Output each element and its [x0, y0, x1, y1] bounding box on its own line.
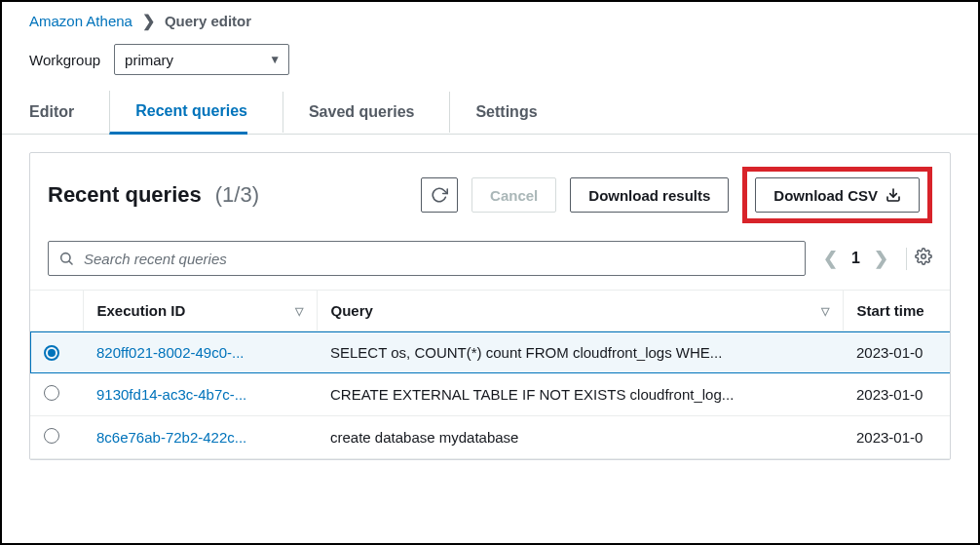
page-number: 1	[851, 250, 860, 267]
table-scroll[interactable]: Execution ID Query Start time 820ff021-8…	[30, 290, 950, 459]
cancel-button: Cancel	[471, 177, 556, 213]
start-time-cell: 2023-01-0	[843, 331, 950, 373]
row-radio[interactable]	[44, 428, 59, 444]
pagination: ❮ 1 ❯	[817, 248, 894, 269]
download-csv-button[interactable]: Download CSV	[755, 177, 920, 213]
row-radio[interactable]	[44, 385, 59, 401]
query-cell: create database mydatabase	[330, 429, 518, 446]
search-input[interactable]	[82, 250, 795, 268]
panel-count: (1/3)	[215, 182, 259, 208]
refresh-icon	[431, 186, 448, 204]
column-query[interactable]: Query	[317, 291, 843, 331]
panel-title: Recent queries	[48, 182, 202, 208]
search-pagination-row: ❮ 1 ❯	[30, 233, 950, 290]
query-cell: CREATE EXTERNAL TABLE IF NOT EXISTS clou…	[330, 386, 734, 403]
caret-down-icon: ▼	[269, 53, 281, 66]
recent-queries-panel: Recent queries (1/3) Cancel Download res…	[29, 152, 951, 460]
download-icon	[886, 187, 901, 203]
refresh-button[interactable]	[421, 177, 458, 213]
execution-id-link[interactable]: 9130fd14-ac3c-4b7c-...	[96, 386, 246, 403]
page-prev-button[interactable]: ❮	[823, 248, 838, 269]
workgroup-select[interactable]: primary ▼	[114, 44, 289, 75]
execution-id-link[interactable]: 8c6e76ab-72b2-422c...	[96, 429, 246, 446]
tab-recent-queries[interactable]: Recent queries	[109, 91, 247, 135]
column-select	[30, 291, 83, 331]
tab-editor[interactable]: Editor	[29, 92, 74, 133]
query-cell: SELECT os, COUNT(*) count FROM cloudfron…	[330, 344, 722, 361]
search-icon	[58, 251, 74, 266]
execution-id-link[interactable]: 820ff021-8002-49c0-...	[96, 344, 245, 361]
workgroup-label: Workgroup	[29, 52, 100, 68]
download-results-button[interactable]: Download results	[570, 177, 729, 213]
settings-gear-button[interactable]	[906, 248, 932, 270]
tab-settings[interactable]: Settings	[449, 92, 537, 133]
column-execution-id[interactable]: Execution ID	[83, 291, 317, 331]
svg-point-3	[922, 253, 926, 258]
table-row[interactable]: 9130fd14-ac3c-4b7c-... CREATE EXTERNAL T…	[30, 373, 950, 416]
search-box[interactable]	[48, 241, 806, 276]
start-time-cell: 2023-01-0	[843, 373, 950, 416]
recent-queries-table: Execution ID Query Start time 820ff021-8…	[30, 290, 950, 459]
page-next-button[interactable]: ❯	[874, 248, 888, 269]
table-row[interactable]: 8c6e76ab-72b2-422c... create database my…	[30, 416, 950, 459]
workgroup-row: Workgroup primary ▼	[2, 34, 978, 91]
download-csv-highlight: Download CSV	[742, 167, 932, 223]
row-radio[interactable]	[44, 345, 59, 361]
column-start-time[interactable]: Start time	[843, 291, 950, 331]
download-csv-label: Download CSV	[773, 187, 878, 204]
breadcrumb-service-link[interactable]: Amazon Athena	[29, 13, 132, 29]
tabs: Editor Recent queries Saved queries Sett…	[2, 91, 978, 135]
breadcrumb-current: Query editor	[165, 13, 251, 29]
table-row[interactable]: 820ff021-8002-49c0-... SELECT os, COUNT(…	[30, 331, 950, 373]
start-time-cell: 2023-01-0	[843, 416, 950, 459]
panel-toolbar: Recent queries (1/3) Cancel Download res…	[30, 153, 950, 233]
workgroup-value: primary	[125, 52, 173, 68]
breadcrumb: Amazon Athena ❯ Query editor	[2, 2, 978, 34]
tab-saved-queries[interactable]: Saved queries	[283, 92, 415, 133]
gear-icon	[915, 248, 932, 265]
chevron-right-icon: ❯	[142, 12, 155, 30]
svg-line-2	[69, 261, 72, 264]
